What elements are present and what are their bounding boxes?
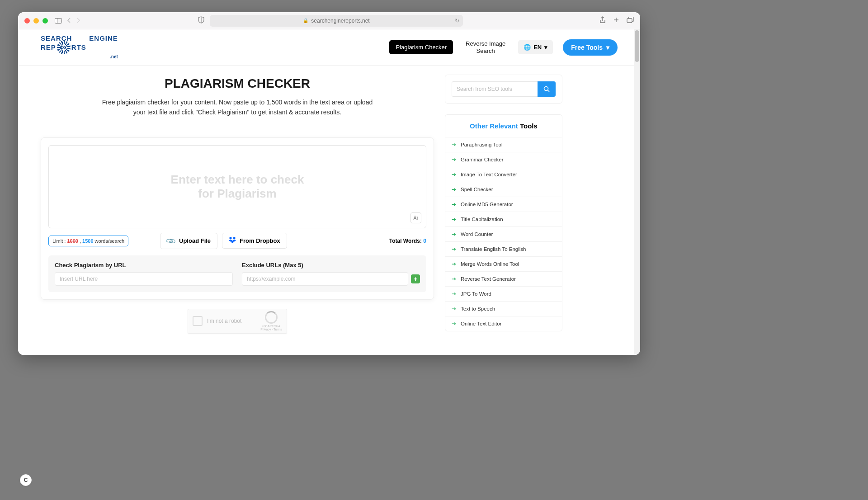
- maximize-window-button[interactable]: [42, 18, 48, 24]
- limit-text: ,: [78, 238, 82, 244]
- logo-spiral-icon: [57, 41, 71, 54]
- tool-item[interactable]: ➔Reverse Text Generator: [445, 271, 562, 286]
- add-exclude-url-button[interactable]: +: [411, 274, 420, 283]
- word-limit-notice: Limit : 1000 , 1500 words/search: [48, 236, 128, 246]
- scrollbar[interactable]: [634, 29, 640, 355]
- globe-icon: 🌐: [524, 44, 531, 51]
- tool-label: Spell Checker: [461, 187, 493, 192]
- arrow-right-icon: ➔: [452, 231, 456, 237]
- arrow-right-icon: ➔: [452, 186, 456, 193]
- overlay-badge[interactable]: C: [20, 474, 32, 486]
- exclude-urls-label: Exclude URLs (Max 5): [242, 262, 420, 269]
- reload-icon[interactable]: ↻: [455, 18, 459, 24]
- nav-plagiarism-checker[interactable]: Plagiarism Checker: [389, 40, 453, 54]
- tools-search-input[interactable]: [452, 81, 538, 97]
- arrow-right-icon: ➔: [452, 142, 456, 148]
- total-words-label: Total Words:: [389, 238, 424, 244]
- tools-search-button[interactable]: [538, 81, 556, 97]
- plagiarism-checker-card: Enter text here to check for Plagiarism …: [41, 137, 434, 300]
- free-tools-label: Free Tools: [571, 44, 603, 51]
- free-tools-dropdown[interactable]: Free Tools ▾: [563, 39, 618, 56]
- tool-item[interactable]: ➔JPG To Word: [445, 286, 562, 301]
- page-content: SEARCH ENGINE REP RTS .net Plagiarism Ch…: [18, 29, 640, 355]
- tool-item[interactable]: ➔Grammar Checker: [445, 152, 562, 167]
- arrow-right-icon: ➔: [452, 321, 456, 327]
- logo-text: RTS: [71, 44, 86, 51]
- text-case-button[interactable]: [410, 212, 421, 223]
- recaptcha-widget[interactable]: I'm not a robot reCAPTCHA Privacy · Term…: [188, 309, 287, 334]
- logo-text: REP: [41, 44, 56, 51]
- svg-line-5: [548, 90, 550, 92]
- chevron-down-icon: ▾: [544, 44, 547, 51]
- dropbox-label: From Dropbox: [240, 237, 280, 244]
- recaptcha-brand: reCAPTCHA: [260, 325, 282, 328]
- privacy-shield-icon[interactable]: [198, 16, 204, 25]
- exclude-url-input[interactable]: [242, 272, 408, 286]
- tool-item[interactable]: ➔Spell Checker: [445, 182, 562, 197]
- window-controls: [24, 18, 48, 24]
- minimize-window-button[interactable]: [33, 18, 39, 24]
- tool-item[interactable]: ➔Online Text Editor: [445, 316, 562, 331]
- placeholder-line: for Plagiarism: [171, 187, 304, 201]
- logo-text: ENGINE: [89, 35, 118, 42]
- url-input[interactable]: [55, 272, 233, 286]
- tool-label: Reverse Text Generator: [461, 276, 516, 282]
- language-selector[interactable]: 🌐 EN ▾: [518, 40, 553, 54]
- arrow-right-icon: ➔: [452, 276, 456, 282]
- svg-rect-3: [627, 19, 632, 23]
- tool-item[interactable]: ➔Translate English To English: [445, 241, 562, 256]
- arrow-right-icon: ➔: [452, 291, 456, 297]
- recaptcha-icon: [265, 311, 278, 324]
- tool-label: Text to Speech: [461, 306, 495, 311]
- url-text: searchenginereports.net: [311, 18, 369, 24]
- back-button[interactable]: [67, 17, 71, 25]
- site-header: SEARCH ENGINE REP RTS .net Plagiarism Ch…: [18, 29, 640, 66]
- recaptcha-checkbox[interactable]: [193, 316, 203, 326]
- recaptcha-text: I'm not a robot: [207, 318, 241, 324]
- nav-reverse-image-search[interactable]: Reverse Image Search: [463, 40, 508, 54]
- arrow-right-icon: ➔: [452, 201, 456, 208]
- sidebar-toggle-icon[interactable]: [54, 17, 62, 24]
- page-subtitle: Free plagiarism checker for your content…: [97, 97, 377, 118]
- close-window-button[interactable]: [24, 18, 30, 24]
- dropbox-icon: [229, 237, 236, 245]
- limit-new: 1500: [82, 238, 93, 244]
- upload-label: Upload File: [179, 237, 211, 244]
- limit-old: 1000: [67, 238, 78, 244]
- tool-label: Online Text Editor: [461, 321, 502, 326]
- limit-text: Limit :: [52, 238, 67, 244]
- placeholder-line: Enter text here to check: [171, 173, 304, 187]
- svg-rect-0: [55, 18, 62, 23]
- language-label: EN: [533, 44, 542, 51]
- scrollbar-thumb[interactable]: [635, 30, 639, 62]
- arrow-right-icon: ➔: [452, 156, 456, 163]
- url-section: Check Plagiarism by URL Exclude URLs (Ma…: [48, 255, 426, 292]
- paperclip-icon: 📎: [165, 235, 177, 247]
- related-tools-header: Other Relevant Tools: [445, 115, 562, 137]
- new-tab-icon[interactable]: [613, 17, 619, 25]
- share-icon[interactable]: [599, 16, 606, 25]
- tool-item[interactable]: ➔Title Capitalization: [445, 212, 562, 226]
- address-bar[interactable]: 🔒 searchenginereports.net ↻: [210, 15, 463, 27]
- forward-button[interactable]: [76, 17, 80, 25]
- tool-label: Paraphrasing Tool: [461, 142, 503, 147]
- logo-text: .net: [41, 55, 118, 59]
- dropbox-button[interactable]: From Dropbox: [222, 233, 287, 249]
- tool-item[interactable]: ➔Online MD5 Generator: [445, 197, 562, 212]
- tool-item[interactable]: ➔Image To Text Converter: [445, 167, 562, 182]
- total-words-display: Total Words: 0: [389, 238, 426, 244]
- text-input-area[interactable]: Enter text here to check for Plagiarism: [48, 145, 426, 228]
- tabs-icon[interactable]: [627, 17, 634, 25]
- tool-item[interactable]: ➔Word Counter: [445, 226, 562, 241]
- arrow-right-icon: ➔: [452, 246, 456, 252]
- tool-item[interactable]: ➔Merge Words Online Tool: [445, 256, 562, 271]
- tool-item[interactable]: ➔Paraphrasing Tool: [445, 137, 562, 152]
- recaptcha-badge: reCAPTCHA Privacy · Terms: [260, 311, 282, 331]
- upload-file-button[interactable]: 📎 Upload File: [160, 233, 217, 249]
- tool-label: Grammar Checker: [461, 157, 504, 162]
- tools-header-blue: Other Relevant: [470, 122, 518, 130]
- tool-item[interactable]: ➔Text to Speech: [445, 301, 562, 316]
- arrow-right-icon: ➔: [452, 216, 456, 222]
- site-logo[interactable]: SEARCH ENGINE REP RTS .net: [41, 35, 118, 59]
- tool-label: Image To Text Converter: [461, 172, 517, 177]
